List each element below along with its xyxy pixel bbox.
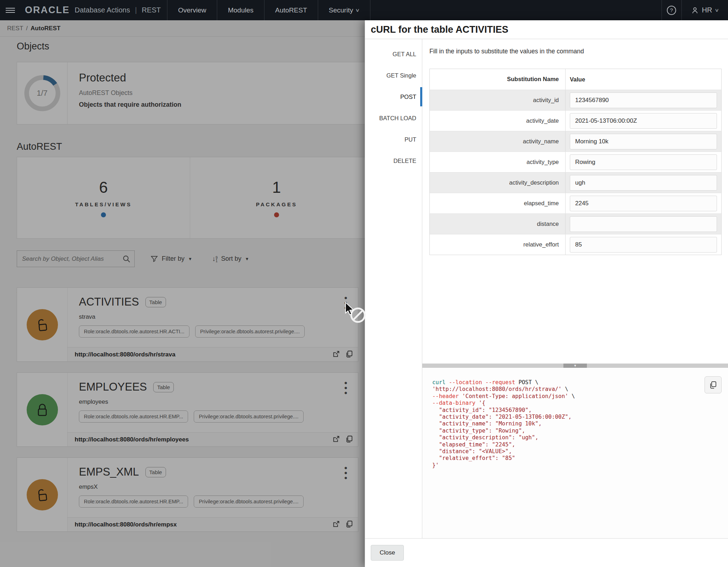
method-tab-delete[interactable]: DELETE (365, 150, 422, 171)
table-row-elapsed_time: elapsed_time (430, 193, 721, 213)
navbar-right: ? HR ∨ (662, 0, 728, 20)
substitution-name-label: distance (430, 214, 566, 234)
oracle-logo: ORACLE (25, 5, 70, 16)
navbar-tab-modules[interactable]: Modules (217, 0, 264, 20)
value-input-activity_date[interactable] (570, 113, 717, 129)
value-input-activity_description[interactable] (570, 175, 717, 191)
copy-code-button[interactable] (705, 376, 722, 393)
chevron-down-icon: ∨ (715, 7, 719, 13)
method-tab-get-all[interactable]: GET ALL (365, 43, 422, 65)
user-icon (691, 6, 699, 14)
header-substitution-name: Substitution Name (430, 69, 566, 90)
curl-dialog: cURL for the table ACTIVITIES GET ALLGET… (365, 20, 728, 567)
top-navbar: ORACLE Database Actions | REST OverviewM… (0, 0, 728, 20)
table-row-activity_type: activity_type (430, 152, 721, 172)
navbar-tab-overview[interactable]: Overview (167, 0, 217, 20)
product-name: Database Actions (75, 6, 130, 14)
method-tab-batch-load[interactable]: BATCH LOAD (365, 107, 422, 129)
curl-command-text: curl --location --request POST \'http://… (422, 368, 728, 469)
navbar-tab-label: Modules (228, 6, 253, 14)
method-tab-put[interactable]: PUT (365, 129, 422, 150)
value-input-activity_type[interactable] (570, 154, 717, 170)
dialog-content: Fill in the inputs to substitute the val… (422, 39, 728, 538)
brand: ORACLE Database Actions | REST (21, 0, 167, 20)
hamburger-glyph (6, 6, 15, 14)
cursor-blocked-icon (341, 297, 368, 329)
copy-icon (709, 381, 717, 389)
substitution-name-label: activity_name (430, 131, 566, 152)
navbar-tab-label: AutoREST (275, 6, 307, 14)
dialog-subtitle: Fill in the inputs to substitute the val… (429, 48, 584, 55)
value-input-elapsed_time[interactable] (570, 196, 717, 211)
substitution-name-label: relative_effort (430, 234, 566, 255)
brand-divider: | (135, 6, 137, 14)
navbar-tabs: OverviewModulesAutoRESTSecurity∨ (167, 0, 370, 20)
substitution-table-header: Substitution NameValue (430, 69, 721, 90)
dialog-footer: Close (365, 538, 728, 567)
navbar-tab-security[interactable]: Security∨ (318, 0, 370, 20)
user-label: HR (702, 6, 712, 14)
substitution-name-label: activity_date (430, 111, 566, 131)
value-input-relative_effort[interactable] (570, 237, 717, 253)
splitter-handle-icon[interactable]: ▼ (563, 364, 587, 368)
table-row-activity_date: activity_date (430, 110, 721, 131)
chevron-down-icon: ∨ (355, 7, 360, 13)
table-row-distance: distance (430, 213, 721, 234)
section-name: REST (142, 6, 161, 14)
hamburger-menu-icon[interactable] (0, 0, 21, 20)
table-row-activity_id: activity_id (430, 90, 721, 110)
value-input-activity_name[interactable] (570, 134, 717, 149)
value-input-distance[interactable] (570, 216, 717, 232)
help-button[interactable]: ? (662, 0, 681, 20)
substitution-name-label: elapsed_time (430, 193, 566, 213)
user-menu[interactable]: HR ∨ (681, 0, 728, 20)
header-value: Value (566, 69, 721, 90)
navbar-tab-label: Overview (178, 6, 206, 14)
navbar-tab-autorest[interactable]: AutoREST (264, 0, 318, 20)
dialog-title: cURL for the table ACTIVITIES (365, 20, 728, 39)
method-tab-post[interactable]: POST (365, 86, 422, 107)
substitution-table: Substitution NameValueactivity_idactivit… (429, 69, 722, 255)
table-row-activity_description: activity_description (430, 172, 721, 193)
help-icon: ? (667, 5, 676, 15)
substitution-name-label: activity_type (430, 152, 566, 172)
splitter-bar[interactable]: ▼ (422, 364, 728, 368)
value-input-activity_id[interactable] (570, 92, 717, 108)
method-tab-list: GET ALLGET SinglePOSTBATCH LOADPUTDELETE (365, 39, 422, 538)
method-tab-get-single[interactable]: GET Single (365, 65, 422, 86)
curl-code-area: curl --location --request POST \'http://… (422, 368, 728, 538)
table-row-relative_effort: relative_effort (430, 234, 721, 255)
substitution-name-label: activity_id (430, 90, 566, 110)
substitution-name-label: activity_description (430, 173, 566, 193)
navbar-tab-label: Security (329, 6, 353, 14)
table-row-activity_name: activity_name (430, 131, 721, 152)
svg-text:?: ? (670, 7, 673, 13)
close-button[interactable]: Close (371, 545, 404, 561)
